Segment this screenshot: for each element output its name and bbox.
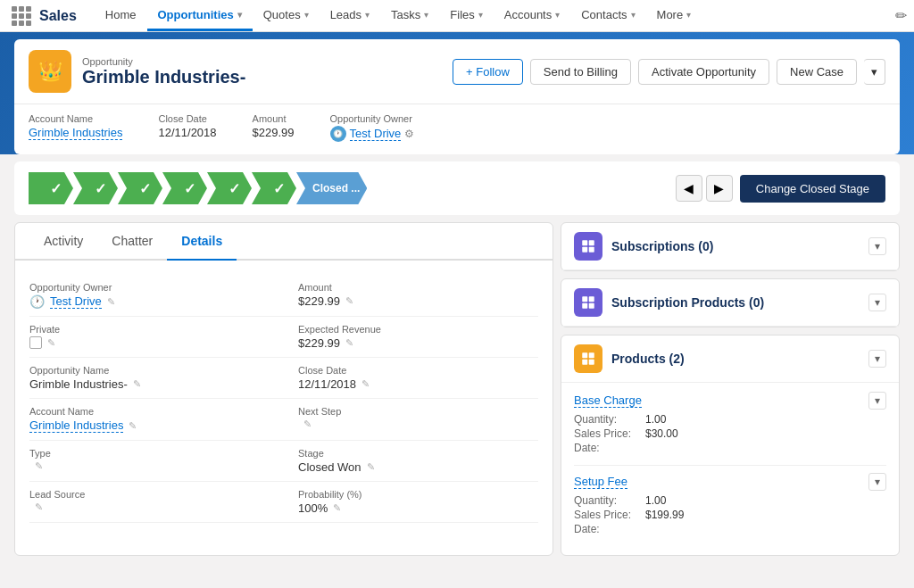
detail-lead-source-value: ✎ bbox=[29, 501, 270, 513]
nav-quotes[interactable]: Quotes ▾ bbox=[253, 0, 320, 31]
products-widget: Products (2) ▾ Base Charge ▾ Quantity: 1… bbox=[561, 335, 900, 556]
detail-expected-revenue: Expected Revenue $229.99 ✎ bbox=[284, 317, 538, 358]
detail-next-step: Next Step ✎ bbox=[284, 399, 538, 441]
detail-expected-revenue-value: $229.99 ✎ bbox=[298, 336, 538, 350]
accounts-chevron-icon: ▾ bbox=[555, 10, 560, 20]
subscription-products-icon bbox=[574, 288, 602, 317]
detail-stage: Stage Closed Won ✎ bbox=[284, 441, 538, 482]
detail-stage-value: Closed Won ✎ bbox=[298, 460, 538, 474]
stage-1[interactable]: ✓ bbox=[29, 172, 73, 204]
nav-leads[interactable]: Leads ▾ bbox=[320, 0, 380, 31]
products-header: Products (2) ▾ bbox=[561, 335, 899, 383]
stage-4[interactable]: ✓ bbox=[162, 172, 207, 204]
product-1-details: Quantity: 1.00 Sales Price: $30.00 Date: bbox=[574, 413, 886, 454]
detail-private: Private ✎ bbox=[29, 317, 284, 358]
products-chevron-icon[interactable]: ▾ bbox=[868, 350, 886, 368]
subscription-products-header: Subscription Products (0) ▾ bbox=[561, 279, 899, 327]
detail-account-name: Account Name Grimble Industries ✎ bbox=[29, 399, 284, 441]
products-icon bbox=[574, 344, 602, 373]
type-edit-icon[interactable]: ✎ bbox=[35, 460, 43, 472]
amount-edit-icon[interactable]: ✎ bbox=[345, 295, 353, 307]
quotes-chevron-icon: ▾ bbox=[304, 10, 309, 20]
detail-lead-source: Lead Source ✎ bbox=[29, 482, 284, 523]
follow-button[interactable]: + Follow bbox=[453, 59, 523, 85]
stage-6[interactable]: ✓ bbox=[252, 172, 296, 204]
account-name-edit-icon[interactable]: ✎ bbox=[129, 420, 137, 432]
expected-revenue-edit-icon[interactable]: ✎ bbox=[345, 337, 353, 349]
product-2-chevron-icon[interactable]: ▾ bbox=[868, 473, 886, 491]
actions-dropdown-button[interactable]: ▾ bbox=[864, 59, 885, 85]
edit-icon[interactable]: ✏ bbox=[895, 7, 907, 24]
subscriptions-chevron-icon[interactable]: ▾ bbox=[868, 237, 886, 255]
stage-5[interactable]: ✓ bbox=[207, 172, 252, 204]
opp-owner-edit-icon[interactable]: ✎ bbox=[107, 296, 115, 308]
nav-contacts[interactable]: Contacts ▾ bbox=[570, 0, 645, 31]
owner-label: Opportunity Owner bbox=[330, 113, 415, 124]
stage-3[interactable]: ✓ bbox=[118, 172, 162, 204]
tab-chatter[interactable]: Chatter bbox=[97, 223, 167, 261]
subscriptions-icon bbox=[574, 232, 602, 261]
detail-opp-owner-link[interactable]: Test Drive bbox=[50, 294, 102, 309]
product-2-details: Quantity: 1.00 Sales Price: $199.99 Date… bbox=[574, 494, 886, 535]
detail-opp-name-value: Grimble Industries- ✎ bbox=[29, 377, 270, 391]
svg-rect-9 bbox=[589, 352, 594, 358]
nav-files[interactable]: Files ▾ bbox=[439, 0, 493, 31]
svg-rect-1 bbox=[589, 240, 594, 245]
probability-edit-icon[interactable]: ✎ bbox=[333, 502, 341, 514]
close-date-label: Close Date bbox=[158, 113, 216, 124]
nav-tasks[interactable]: Tasks ▾ bbox=[380, 0, 439, 31]
product-2-name[interactable]: Setup Fee bbox=[574, 475, 627, 489]
nav-opportunities[interactable]: Opportunities ▾ bbox=[147, 0, 253, 31]
next-step-edit-icon[interactable]: ✎ bbox=[303, 418, 312, 430]
tab-activity[interactable]: Activity bbox=[29, 223, 97, 261]
tasks-chevron-icon: ▾ bbox=[424, 10, 428, 20]
header-band: 👑 Opportunity Grimble Industries- + Foll… bbox=[0, 32, 914, 154]
nav-more[interactable]: More ▾ bbox=[646, 0, 702, 31]
amount-field: Amount $229.99 bbox=[253, 113, 295, 142]
nav-home[interactable]: Home bbox=[95, 0, 147, 31]
product-1-price-row: Sales Price: $30.00 bbox=[574, 427, 886, 440]
stage-closed[interactable]: Closed ... bbox=[296, 172, 367, 204]
svg-rect-4 bbox=[582, 296, 587, 302]
svg-rect-7 bbox=[589, 303, 594, 309]
close-date-value: 12/11/2018 bbox=[158, 126, 216, 139]
product-1-qty-row: Quantity: 1.00 bbox=[574, 413, 886, 426]
detail-amount: Amount $229.99 ✎ bbox=[284, 275, 538, 317]
details-content: Opportunity Owner 🕐 Test Drive ✎ Amount … bbox=[15, 261, 553, 537]
product-1-name[interactable]: Base Charge bbox=[574, 393, 642, 408]
tab-details[interactable]: Details bbox=[167, 223, 237, 261]
details-grid: Opportunity Owner 🕐 Test Drive ✎ Amount … bbox=[29, 275, 538, 523]
activate-opportunity-button[interactable]: Activate Opportunity bbox=[638, 59, 769, 85]
svg-rect-10 bbox=[582, 360, 587, 365]
owner-field: Opportunity Owner 🕐 Test Drive ⚙ bbox=[330, 113, 415, 142]
close-date-field: Close Date 12/11/2018 bbox=[158, 113, 216, 142]
owner-name-link[interactable]: Test Drive bbox=[350, 127, 402, 141]
detail-account-name-link[interactable]: Grimble Industries bbox=[29, 418, 123, 433]
close-date-edit-icon[interactable]: ✎ bbox=[361, 378, 370, 390]
send-to-billing-button[interactable]: Send to Billing bbox=[530, 59, 631, 85]
stage-2[interactable]: ✓ bbox=[73, 172, 118, 204]
detail-probability: Probability (%) 100% ✎ bbox=[284, 482, 538, 523]
product-1: Base Charge ▾ Quantity: 1.00 Sales Price… bbox=[574, 392, 886, 454]
sub-products-chevron-icon[interactable]: ▾ bbox=[868, 294, 886, 311]
opportunity-actions: + Follow Send to Billing Activate Opport… bbox=[453, 59, 885, 85]
stage-edit-icon[interactable]: ✎ bbox=[367, 461, 375, 473]
nav-accounts[interactable]: Accounts ▾ bbox=[494, 0, 570, 31]
lead-source-edit-icon[interactable]: ✎ bbox=[35, 501, 43, 513]
owner-edit-icon[interactable]: ⚙ bbox=[404, 128, 414, 140]
product-1-chevron-icon[interactable]: ▾ bbox=[868, 392, 886, 410]
account-name-link[interactable]: Grimble Industries bbox=[29, 126, 122, 140]
product-1-date-row: Date: bbox=[574, 442, 886, 454]
stage-next-button[interactable]: ▶ bbox=[706, 175, 733, 202]
private-edit-icon[interactable]: ✎ bbox=[47, 337, 55, 349]
app-name: Sales bbox=[39, 8, 77, 24]
grid-icon bbox=[12, 6, 31, 26]
left-panel: Activity Chatter Details Opportunity Own… bbox=[14, 222, 553, 556]
contacts-chevron-icon: ▾ bbox=[631, 10, 636, 20]
private-checkbox[interactable] bbox=[29, 336, 42, 349]
stage-prev-button[interactable]: ◀ bbox=[676, 175, 702, 202]
new-case-button[interactable]: New Case bbox=[777, 59, 857, 85]
subscriptions-widget: Subscriptions (0) ▾ bbox=[561, 222, 900, 271]
change-closed-stage-button[interactable]: Change Closed Stage bbox=[740, 175, 885, 203]
opp-name-edit-icon[interactable]: ✎ bbox=[133, 378, 141, 390]
